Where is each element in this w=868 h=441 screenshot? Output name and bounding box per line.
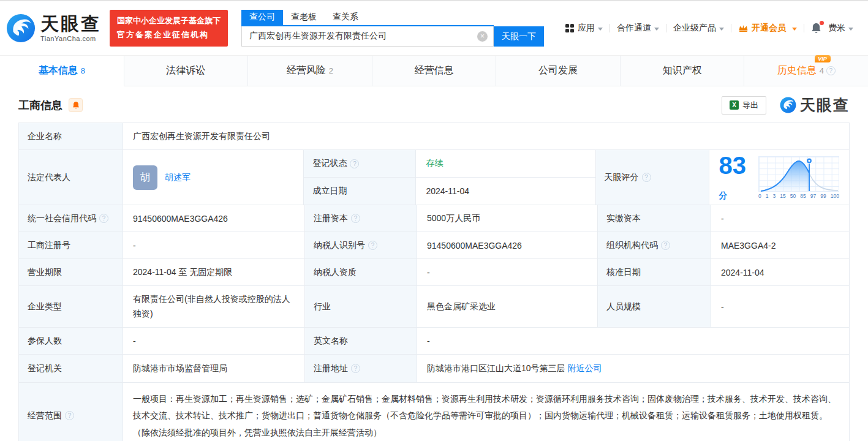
nearby-companies-link[interactable]: 附近公司 bbox=[567, 363, 602, 374]
approval-date-label: 核准日期 bbox=[598, 259, 711, 285]
score-label: 天眼评分 ? bbox=[596, 150, 709, 205]
nav-open-membership[interactable]: 开通会员 bbox=[738, 23, 797, 34]
company-type-value: 有限责任公司(非自然人投资或控股的法人独资) bbox=[123, 286, 305, 327]
tianyancha-logo-icon bbox=[6, 13, 36, 43]
monitor-bell-button[interactable] bbox=[69, 98, 83, 112]
tianyancha-logo-icon bbox=[780, 97, 796, 113]
top-nav: 应用 合作通道 企业级产品 开通会员 费米 bbox=[565, 23, 853, 34]
score-distribution-chart: 0131550859799100 bbox=[758, 156, 839, 199]
vip-badge: VIP bbox=[815, 55, 831, 62]
legal-rep-value: 胡 胡述军 bbox=[123, 150, 304, 205]
reg-number-label: 工商注册号 bbox=[19, 232, 123, 258]
table-row: 登记机关 防城港市市场监督管理局 注册地址? 防城港市港口区江山大道10号第三层… bbox=[19, 355, 849, 383]
est-date-value: 2024-11-04 bbox=[416, 178, 595, 205]
taxpayer-qual-value: - bbox=[417, 259, 598, 285]
search-tabs: 查公司 查老板 查关系 bbox=[241, 10, 494, 26]
table-row: 营业期限 2024-11-04 至 无固定期限 纳税人资质 - 核准日期 202… bbox=[19, 259, 849, 286]
staff-size-label: 人员规模 bbox=[598, 286, 711, 327]
reg-capital-label: 注册资本? bbox=[305, 205, 417, 232]
help-icon[interactable]: ? bbox=[351, 364, 360, 373]
staff-size-value: - bbox=[711, 286, 849, 327]
nav-partner-channel[interactable]: 合作通道 bbox=[617, 23, 659, 34]
paid-capital-label: 实缴资本 bbox=[598, 205, 711, 232]
nav-apps[interactable]: 应用 bbox=[565, 23, 603, 34]
search-input[interactable] bbox=[241, 26, 494, 47]
search-tab-relation[interactable]: 查关系 bbox=[325, 10, 366, 25]
reg-status-value: 存续 bbox=[416, 150, 595, 177]
company-name-label: 企业名称 bbox=[19, 123, 123, 149]
divider bbox=[804, 24, 804, 32]
taxpayer-id-label: 纳税人识别号? bbox=[305, 232, 417, 258]
section-title: 工商信息 bbox=[18, 98, 62, 113]
approval-date-value: 2024-11-04 bbox=[711, 259, 849, 285]
help-icon[interactable]: ? bbox=[661, 241, 670, 250]
help-icon[interactable]: ? bbox=[368, 241, 377, 250]
bell-icon bbox=[72, 101, 80, 110]
legal-rep-avatar[interactable]: 胡 bbox=[133, 165, 157, 190]
company-detail-tabs: 基本信息8 法律诉讼 经营风险2 经营信息 公司发展 知识产权 VIP 历史信息… bbox=[0, 55, 868, 86]
section-header: 工商信息 X 导出 天眼查 bbox=[0, 86, 868, 121]
business-scope-label: 经营范围? bbox=[19, 383, 123, 441]
export-button[interactable]: X 导出 bbox=[722, 96, 766, 115]
credit-code-value: 91450600MAE3GGA426 bbox=[123, 205, 305, 232]
search-tab-company[interactable]: 查公司 bbox=[241, 10, 283, 25]
org-code-value: MAE3GGA4-2 bbox=[711, 232, 849, 258]
crown-icon bbox=[738, 24, 749, 32]
business-term-label: 营业期限 bbox=[19, 259, 123, 285]
help-icon[interactable]: ? bbox=[65, 411, 74, 420]
tab-history-info[interactable]: VIP 历史信息4 ? bbox=[744, 56, 868, 86]
help-icon[interactable]: ? bbox=[351, 214, 360, 223]
tab-intellectual-property[interactable]: 知识产权 bbox=[621, 56, 745, 86]
help-icon[interactable]: ? bbox=[826, 66, 836, 75]
legal-rep-link[interactable]: 胡述军 bbox=[165, 172, 191, 183]
industry-label: 行业 bbox=[305, 286, 417, 327]
score-value: 83分 bbox=[709, 150, 850, 205]
notification-dot bbox=[820, 21, 824, 25]
help-icon[interactable]: ? bbox=[99, 214, 108, 223]
reg-authority-value: 防城港市市场监督管理局 bbox=[123, 355, 305, 382]
table-row: 统一社会信用代码? 91450600MAE3GGA426 注册资本? 5000万… bbox=[19, 205, 849, 232]
nav-enterprise-products[interactable]: 企业级产品 bbox=[673, 23, 724, 34]
reg-authority-label: 登记机关 bbox=[19, 355, 123, 382]
search-tab-boss[interactable]: 查老板 bbox=[283, 10, 325, 25]
badge-line2: 官方备案企业征信机构 bbox=[117, 28, 221, 42]
reg-address-value: 防城港市港口区江山大道10号第三层 附近公司 bbox=[417, 355, 849, 382]
page-header: 天眼查 TianYanCha.com 国家中小企业发展子基金旗下 官方备案企业征… bbox=[0, 1, 868, 55]
est-date-label: 成立日期 bbox=[304, 178, 416, 205]
search-button[interactable]: 天眼一下 bbox=[494, 26, 544, 47]
help-icon[interactable]: ? bbox=[642, 173, 651, 182]
tab-basic-info[interactable]: 基本信息8 bbox=[0, 56, 124, 86]
help-icon[interactable]: ? bbox=[350, 159, 359, 168]
insured-value: - bbox=[123, 328, 305, 354]
table-row: 法定代表人 胡 胡述军 登记状态 ? 存续 成立日期 2024-11-04 天眼… bbox=[19, 150, 849, 205]
company-name-value: 广西宏创再生资源开发有限责任公司 bbox=[123, 123, 849, 149]
notifications-bell[interactable] bbox=[811, 23, 821, 34]
tianyancha-logo[interactable]: 天眼查 TianYanCha.com bbox=[6, 13, 101, 43]
score-axis-ticks: 0131550859799100 bbox=[758, 193, 839, 199]
legal-rep-label: 法定代表人 bbox=[19, 150, 123, 205]
tab-company-development[interactable]: 公司发展 bbox=[496, 56, 621, 86]
company-type-label: 企业类型 bbox=[19, 286, 123, 327]
tab-business-info[interactable]: 经营信息 bbox=[372, 56, 497, 86]
nav-user-menu[interactable]: 费米 bbox=[828, 23, 853, 34]
gov-certification-badge: 国家中小企业发展子基金旗下 官方备案企业征信机构 bbox=[110, 10, 228, 47]
table-row: 经营范围? 一般项目：再生资源加工；再生资源销售；选矿；金属矿石销售；金属材料销… bbox=[19, 383, 849, 441]
divider bbox=[609, 24, 610, 32]
clear-search-icon[interactable]: × bbox=[477, 31, 488, 42]
score-number: 83分 bbox=[719, 153, 747, 202]
badge-line1: 国家中小企业发展子基金旗下 bbox=[117, 14, 221, 28]
chevron-down-icon bbox=[792, 28, 797, 31]
tab-operating-risk[interactable]: 经营风险2 bbox=[248, 56, 372, 86]
logo-domain: TianYanCha.com bbox=[40, 35, 101, 42]
tab-legal-proceedings[interactable]: 法律诉讼 bbox=[124, 56, 249, 86]
insured-label: 参保人数 bbox=[19, 328, 123, 354]
reg-capital-value: 5000万人民币 bbox=[417, 205, 598, 232]
industry-value: 黑色金属矿采选业 bbox=[417, 286, 598, 327]
divider bbox=[731, 24, 731, 32]
logo-text: 天眼查 bbox=[40, 13, 101, 34]
reg-address-label: 注册地址? bbox=[305, 355, 417, 382]
status-badge: 存续 bbox=[426, 158, 443, 169]
paid-capital-value: - bbox=[711, 205, 849, 232]
org-code-label: 组织机构代码? bbox=[598, 232, 711, 258]
reg-status-label: 登记状态 ? bbox=[304, 150, 416, 177]
